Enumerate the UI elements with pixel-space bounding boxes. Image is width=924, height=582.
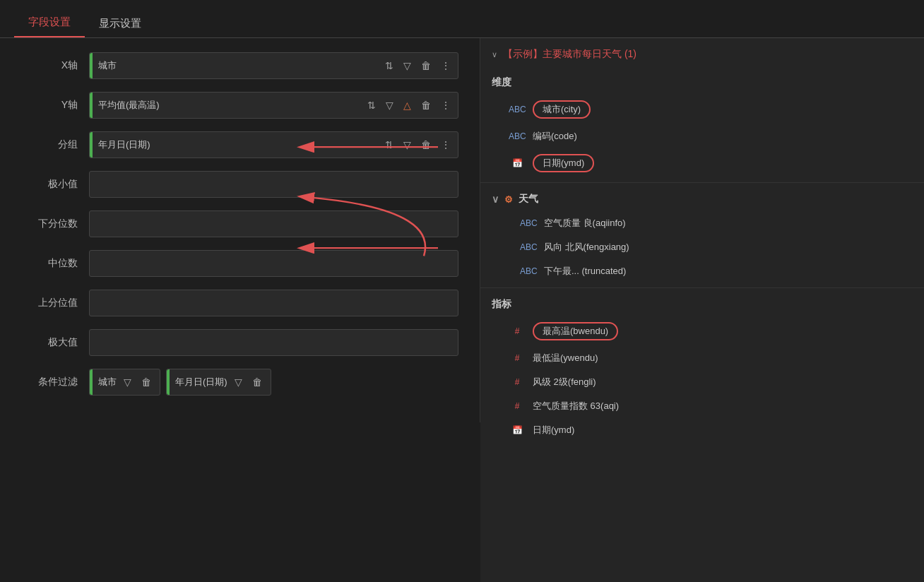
group-more-btn[interactable]: ⋮ [438, 138, 454, 152]
metric-aqi-label: 空气质量指数 63(aqi) [533, 400, 619, 412]
main-content: X轴 城市 ⇅ ▽ 🗑 ⋮ Y轴 平均值(最高温) ⇅ ▽ [0, 38, 924, 582]
tab-field-settings[interactable]: 字段设置 [14, 10, 85, 37]
x-axis-sort-btn[interactable]: ⇅ [382, 59, 396, 73]
group-control: 年月日(日期) ⇅ ▽ 🗑 ⋮ [89, 131, 458, 158]
cond-city-filter-btn[interactable]: ▽ [121, 375, 134, 389]
metrics-section: 指标 # 最高温(bwendu) # 最低温(ywendu) # 风级 2级(f… [480, 292, 924, 442]
dimensions-section: 维度 ABC 城市(city) ABC 编码(code) 📅 日期(ymd) [480, 71, 924, 178]
min-val-label: 极小值 [21, 178, 78, 191]
dataset-expand-icon[interactable]: ∨ [492, 50, 497, 59]
weather-trunc-label: 下午最... (truncated) [544, 265, 626, 278]
header-tabs: 字段设置 显示设置 [0, 0, 924, 38]
dim-city-type-icon: ABC [509, 105, 526, 114]
metric-bwendu-label: 最高温(bwendu) [533, 322, 618, 340]
cond-city-delete-btn[interactable]: 🗑 [138, 375, 154, 389]
weather-trunc-item[interactable]: ABC 下午最... (truncated) [480, 259, 924, 283]
dim-date-label: 日期(ymd) [533, 154, 594, 172]
dataset-header: ∨ 【示例】主要城市每日天气 (1) [480, 38, 924, 71]
condition-row: 城市 ▽ 🗑 年月日(日期) ▽ 🗑 [89, 369, 458, 396]
max-val-input[interactable] [89, 329, 458, 356]
dim-code-label: 编码(code) [533, 130, 577, 143]
median-label: 中位数 [21, 257, 78, 270]
weather-type-icon: ⚙ [504, 194, 513, 205]
cond-date-filter-btn[interactable]: ▽ [232, 375, 245, 389]
weather-trunc-type-icon: ABC [520, 266, 537, 276]
upper-q-row: 上分位值 [21, 290, 458, 316]
median-input[interactable] [89, 250, 458, 277]
dim-date-type-icon: 📅 [509, 158, 526, 168]
metric-fengli-item[interactable]: # 风级 2级(fengli) [480, 370, 924, 394]
weather-wind-item[interactable]: ABC 风向 北风(fengxiang) [480, 235, 924, 259]
cond-city-label: 城市 [98, 376, 117, 388]
dim-date-item[interactable]: 📅 日期(ymd) [480, 148, 924, 178]
left-panel: X轴 城市 ⇅ ▽ 🗑 ⋮ Y轴 平均值(最高温) ⇅ ▽ [0, 38, 480, 422]
metric-aqi-type-icon: # [509, 401, 526, 411]
metric-ymd-label: 日期(ymd) [533, 424, 574, 436]
cond-date-delete-btn[interactable]: 🗑 [249, 375, 265, 389]
weather-expand-icon[interactable]: ∨ [492, 194, 499, 205]
weather-section: ∨ ⚙ 天气 ABC 空气质量 良(aqiinfo) ABC 风向 北风(fen… [480, 187, 924, 283]
metric-bwendu-type-icon: # [509, 326, 526, 336]
metric-fengli-label: 风级 2级(fengli) [533, 376, 596, 388]
y-axis-sort-btn[interactable]: ⇅ [365, 98, 379, 112]
y-axis-filter-btn[interactable]: ▽ [383, 98, 396, 112]
y-axis-warning-btn[interactable]: △ [401, 98, 414, 112]
group-delete-btn[interactable]: 🗑 [418, 138, 434, 152]
weather-header: ∨ ⚙ 天气 [480, 187, 924, 211]
y-axis-control: 平均值(最高温) ⇅ ▽ △ 🗑 ⋮ [89, 92, 458, 119]
lower-q-input[interactable] [89, 210, 458, 237]
min-val-input[interactable] [89, 171, 458, 198]
x-axis-row: X轴 城市 ⇅ ▽ 🗑 ⋮ [21, 52, 458, 79]
y-axis-more-btn[interactable]: ⋮ [438, 98, 454, 112]
metrics-title: 指标 [480, 292, 924, 316]
group-sort-btn[interactable]: ⇅ [382, 138, 396, 152]
cond-tag-city: 城市 ▽ 🗑 [89, 369, 160, 396]
weather-aqi-label: 空气质量 良(aqiinfo) [544, 217, 626, 230]
weather-wind-type-icon: ABC [520, 242, 537, 252]
metric-ywendu-item[interactable]: # 最低温(ywendu) [480, 346, 924, 370]
x-axis-value: 城市 [98, 59, 378, 72]
weather-title: 天气 [519, 193, 538, 206]
dim-code-item[interactable]: ABC 编码(code) [480, 124, 924, 148]
left-panel-wrapper: X轴 城市 ⇅ ▽ 🗑 ⋮ Y轴 平均值(最高温) ⇅ ▽ [0, 38, 480, 582]
right-panel: ∨ 【示例】主要城市每日天气 (1) 维度 ABC 城市(city) ABC 编… [480, 38, 924, 582]
metric-ymd-item[interactable]: 📅 日期(ymd) [480, 418, 924, 442]
sep1 [480, 182, 924, 183]
dim-city-label: 城市(city) [533, 100, 591, 119]
upper-q-label: 上分位值 [21, 297, 78, 309]
y-axis-row: Y轴 平均值(最高温) ⇅ ▽ △ 🗑 ⋮ [21, 92, 458, 119]
metric-aqi-item[interactable]: # 空气质量指数 63(aqi) [480, 394, 924, 418]
upper-q-input[interactable] [89, 290, 458, 316]
x-axis-label: X轴 [21, 59, 78, 72]
cond-tag-date: 年月日(日期) ▽ 🗑 [166, 369, 271, 396]
cond-filter-label: 条件过滤 [21, 376, 78, 388]
dim-code-type-icon: ABC [509, 131, 526, 141]
tab-display-settings[interactable]: 显示设置 [85, 11, 155, 37]
metric-ywendu-type-icon: # [509, 353, 526, 363]
y-axis-label: Y轴 [21, 99, 78, 112]
median-row: 中位数 [21, 250, 458, 277]
metric-ywendu-label: 最低温(ywendu) [533, 352, 598, 364]
group-value: 年月日(日期) [98, 138, 378, 151]
lower-q-row: 下分位数 [21, 210, 458, 237]
max-val-label: 极大值 [21, 336, 78, 349]
cond-filter-row: 条件过滤 城市 ▽ 🗑 年月日(日期) ▽ 🗑 [21, 369, 458, 396]
y-axis-value: 平均值(最高温) [98, 99, 360, 112]
cond-date-label: 年月日(日期) [175, 376, 227, 388]
metric-bwendu-item[interactable]: # 最高温(bwendu) [480, 316, 924, 346]
weather-aqi-item[interactable]: ABC 空气质量 良(aqiinfo) [480, 211, 924, 235]
group-filter-btn[interactable]: ▽ [401, 138, 414, 152]
x-axis-more-btn[interactable]: ⋮ [438, 59, 454, 73]
max-val-row: 极大值 [21, 329, 458, 356]
x-axis-filter-btn[interactable]: ▽ [401, 59, 414, 73]
lower-q-label: 下分位数 [21, 218, 78, 230]
group-label: 分组 [21, 138, 78, 151]
weather-aqi-type-icon: ABC [520, 218, 537, 228]
sep2 [480, 287, 924, 288]
x-axis-delete-btn[interactable]: 🗑 [418, 59, 434, 73]
dim-city-item[interactable]: ABC 城市(city) [480, 95, 924, 124]
metric-ymd-type-icon: 📅 [509, 425, 526, 435]
x-axis-control: 城市 ⇅ ▽ 🗑 ⋮ [89, 52, 458, 79]
dataset-title: 【示例】主要城市每日天气 (1) [503, 48, 636, 61]
y-axis-delete-btn[interactable]: 🗑 [418, 98, 434, 112]
